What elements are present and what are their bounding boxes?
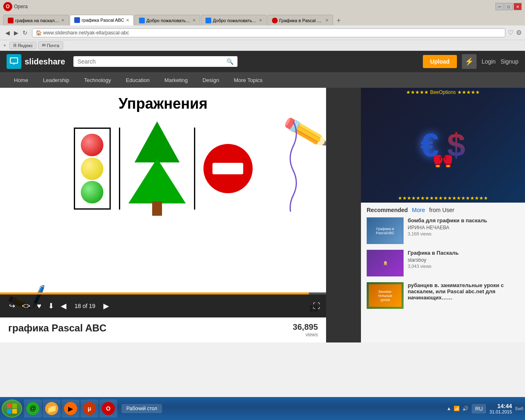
search-input[interactable] [78,58,226,65]
taskbar: @ 📁 ▶ μ O Рабочий стол ▲ 📶 🔊 RU 14:44 31… [0,397,525,420]
close-button[interactable]: ✕ [514,3,522,10]
slide-title: Упражнения [0,88,326,117]
site-search-box[interactable]: 🔍 [73,56,237,67]
fullscreen-button[interactable]: ⛶ [313,302,320,310]
nav-menu: Home Leadership Technology Education Mar… [0,72,525,88]
flash-icon[interactable]: ⚡ [462,54,477,69]
bookmark-yandex[interactable]: Я Яндекс [9,42,37,49]
nav-marketing[interactable]: Marketing [157,72,195,88]
tab-favicon-3 [139,18,145,23]
like-button[interactable]: ♥ [34,300,45,312]
network-icon: 📶 [454,406,460,411]
nav-leadership[interactable]: Leadership [36,72,77,88]
add-bookmark-icon[interactable]: + [3,43,6,48]
tab-close-2[interactable]: ✕ [126,18,129,23]
wavy-line [285,121,301,212]
bookmark-mail[interactable]: ✉ Почта [38,41,63,49]
new-tab-button[interactable]: + [334,16,344,25]
taskbar-opera-app[interactable]: O [99,399,117,418]
recommended-tab[interactable]: Recommended [367,207,408,213]
back-button[interactable]: ◀ [3,29,12,37]
tab-5[interactable]: Графика в Pascal ABC ✕ [267,15,333,25]
slide-controls: ↪ <> ♥ ⬇ ◀ 18 of 19 ▶ ⛶ [0,294,326,317]
rec-author-2: starsboy [408,257,519,263]
address-text[interactable]: www.slideshare.net/yak-ella/pascal-abc [43,30,129,36]
start-button[interactable] [2,399,22,418]
tab-close-5[interactable]: ✕ [325,18,329,23]
taskbar-torrent-app[interactable]: μ [80,399,98,418]
address-bar[interactable]: 🏠 www.slideshare.net/yak-ella/pascal-abc [32,28,505,37]
site-logo-box: slideshare [7,54,65,69]
rec-header: Recommended More from User [367,207,519,213]
tab-4[interactable]: Добро пожаловать на... ✕ [201,15,267,25]
stop-sign [203,144,253,193]
rec-item-2[interactable]: 🧝 Графика в Паскаль starsboy 3,043 views [367,250,519,276]
ad-currencies: € 🥊 $ 🥊 [421,126,466,164]
upload-button[interactable]: Upload [423,55,457,68]
tab-2[interactable]: графика Pascal ABC ✕ [70,15,134,25]
tab-close-4[interactable]: ✕ [259,18,262,23]
rec-item-3[interactable]: Занима-тельныеуроки рубанцев в. занимате… [367,282,519,309]
sidebar-ad[interactable]: ★★★★★ BeeOptions ★★★★★ € 🥊 $ 🥊 ★★★★★★★★★… [361,88,525,203]
nav-bar: ◀ ▶ ↻ 🏠 www.slideshare.net/yak-ella/pasc… [0,25,525,40]
desktop-label-btn[interactable]: Рабочий стол [121,404,162,413]
site-header-right: Upload ⚡ Login Signup [423,54,518,69]
forward-button[interactable]: ▶ [12,29,21,37]
nav-education[interactable]: Education [119,72,157,88]
traffic-light [74,128,111,210]
taskbar-media-app[interactable]: ▶ [62,399,80,418]
refresh-button[interactable]: ↻ [21,29,30,37]
nav-home[interactable]: Home [7,72,36,88]
tab-3[interactable]: Добро пожаловать на... ✕ [135,15,200,25]
signup-link[interactable]: Signup [500,58,518,65]
language-indicator[interactable]: RU [472,404,486,413]
minimize-button[interactable]: ─ [495,3,504,10]
tab-close-3[interactable]: ✕ [192,18,196,23]
rec-thumb-2: 🧝 [367,250,404,276]
taskbar-email-app[interactable]: @ [24,399,42,418]
from-user-label: from User [429,207,454,213]
slide-objects: ✏️ [0,121,326,216]
nav-design[interactable]: Design [195,72,226,88]
rec-thumb-1: Графика вPascalABC [367,217,404,244]
slideshare-icon [9,57,19,66]
ad-content: ★★★★★ BeeOptions ★★★★★ € 🥊 $ 🥊 ★★★★★★★★★… [361,88,525,203]
nav-technology[interactable]: Technology [77,72,119,88]
taskbar-folder-app[interactable]: 📁 [43,399,61,418]
rec-title-3: рубанцев в. занимательные уроки с паскал… [408,282,519,301]
taskbar-right: ▲ 📶 🔊 RU 14:44 31.01.2015 Биб [447,403,523,414]
rec-thumb-3: Занима-тельныеуроки [367,282,404,309]
volume-icon: 🔊 [462,406,468,411]
embed-button[interactable]: <> [18,300,34,312]
search-icon: 🔍 [226,58,233,65]
tab-1[interactable]: графика на паскале аб... ✕ [3,15,69,25]
taskbar-clock[interactable]: 14:44 31.01.2015 [489,403,512,414]
tree-trunk [152,201,162,216]
maximize-button[interactable]: □ [504,3,513,10]
tab-close-1[interactable]: ✕ [61,18,64,23]
nav-more-topics[interactable]: More Topics [226,72,270,88]
system-tray-icons: ▲ 📶 🔊 [447,406,469,411]
rec-item-1[interactable]: Графика вPascalABC бомба для графики в п… [367,217,519,244]
tab-favicon-1 [8,18,14,23]
more-link[interactable]: More [412,207,425,213]
ad-stars-bottom: ★★★★★★★★★★★★★★★★★★★★ [361,195,525,201]
rec-views-1: 3,168 views [408,231,519,236]
next-slide-button[interactable]: ▶ [100,300,112,312]
tree-drawing [128,121,186,216]
site-wrapper: slideshare 🔍 Upload ⚡ Login Signup Home … [0,51,525,342]
svg-rect-3 [7,404,11,408]
tab-favicon-2 [74,17,80,23]
prev-slide-button[interactable]: ◀ [57,300,70,312]
download-button[interactable]: ⬇ [45,300,57,312]
heart-icon[interactable]: ♡ [508,29,514,37]
login-link[interactable]: Login [482,58,495,65]
rec-views-2: 3,043 views [408,264,519,269]
views-info: 36,895 views [293,322,318,338]
opera-logo: O [3,2,12,11]
torrent-app-icon: μ [83,402,96,415]
settings-icon[interactable]: ⚙ [516,29,522,37]
share-button[interactable]: ↪ [6,300,18,312]
taskbar-bottom-label: Биб [515,406,523,411]
tab-label-4: Добро пожаловать на... [213,18,257,23]
